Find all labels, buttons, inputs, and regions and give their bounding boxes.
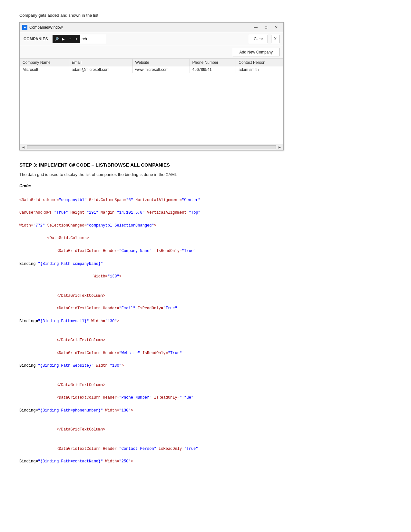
code-line-6: Binding="{Binding Path=companyName}" [19, 261, 392, 267]
step3-description: The data grid is used to display the lis… [19, 171, 392, 178]
cell-phone: 456789541 [190, 66, 236, 73]
data-grid-container: Company Name Email Website Phone Number … [20, 59, 283, 150]
companies-label: COMPANIES [24, 37, 49, 41]
code-line-9: </DataGridTextColumn> [19, 293, 392, 299]
code-line-17: </DataGridTextColumn> [19, 382, 392, 389]
code-line-10: <DataGridTextColumn Header="Email" IsRea… [19, 305, 392, 312]
code-line-18: <DataGridTextColumn Header="Phone Number… [19, 395, 392, 401]
minimize-button[interactable]: — [251, 24, 260, 31]
scroll-left-arrow[interactable]: ◀ [21, 145, 26, 150]
code-line-15: Binding="{Binding Path=website}" Width="… [19, 363, 392, 369]
window-title-text: CompaniesWindow [29, 25, 63, 30]
search-icon-2[interactable]: ▶ [60, 36, 66, 42]
code-line-4: <DataGrid.Columns> [19, 235, 392, 242]
code-line-11: Binding="{Binding Path=email}" Width="13… [19, 318, 392, 325]
maximize-button[interactable]: □ [261, 24, 270, 31]
code-line-3: Width="772" SelectionChanged="companytbl… [19, 223, 392, 229]
search-icon-4[interactable]: ✦ [73, 36, 79, 42]
code-block: <DataGrid x:Name="companytbl" Grid.Colum… [19, 191, 392, 471]
grid-empty-area [20, 73, 283, 144]
col-contact-person: Contact Person [236, 59, 283, 66]
col-phone-number: Phone Number [190, 59, 236, 66]
cell-website: www.microsoft.com [132, 66, 190, 73]
code-line-23: <DataGridTextColumn Header="Contact Pers… [19, 446, 392, 452]
window-titlebar: ■ CompaniesWindow — □ ✕ [20, 23, 283, 32]
code-line-1: <DataGrid x:Name="companytbl" Grid.Colum… [19, 197, 392, 204]
cell-company-name: Microsoft [20, 66, 69, 73]
code-line-2: CanUserAddRows="True" Height="291" Margi… [19, 210, 392, 216]
scroll-track[interactable] [27, 145, 276, 149]
col-company-name: Company Name [20, 59, 69, 66]
col-email: Email [69, 59, 132, 66]
search-icon-1[interactable]: 🔎 [54, 36, 60, 42]
code-line-24: Binding="{Binding Path=contactName}" Wid… [19, 459, 392, 465]
add-new-company-button[interactable]: Add New Company [233, 48, 279, 56]
window-toolbar: COMPANIES 🔎 ▶ ↩ ✦ Clear X [20, 32, 283, 46]
code-label: Code: [19, 183, 392, 188]
search-container: 🔎 ▶ ↩ ✦ [53, 35, 136, 43]
code-line-5: <DataGridTextColumn Header="Company Name… [19, 248, 392, 255]
cell-email: adam@microsoft.com [69, 66, 132, 73]
code-line-14: <DataGridTextColumn Header="Website" IsR… [19, 350, 392, 357]
search-icons-bar: 🔎 ▶ ↩ ✦ [53, 35, 80, 43]
intro-text: Company gets added and shown in the list [19, 13, 392, 18]
window-app-icon: ■ [22, 25, 27, 30]
horizontal-scrollbar: ◀ ▶ [20, 144, 283, 150]
scroll-right-arrow[interactable]: ▶ [277, 145, 282, 150]
clear-button[interactable]: Clear [249, 35, 268, 43]
code-line-21: </DataGridTextColumn> [19, 427, 392, 433]
table-row[interactable]: Microsoft adam@microsoft.com www.microso… [20, 66, 283, 73]
code-line-13: </DataGridTextColumn> [19, 337, 392, 344]
search-input[interactable] [80, 35, 106, 43]
window-toolbar2: Add New Company [20, 46, 283, 59]
window-controls: — □ ✕ [251, 24, 281, 31]
code-line-7: Width="130"> [19, 274, 392, 280]
close-button[interactable]: ✕ [272, 24, 281, 31]
window-title-left: ■ CompaniesWindow [22, 25, 63, 30]
companies-grid: Company Name Email Website Phone Number … [20, 59, 283, 73]
col-website: Website [132, 59, 190, 66]
code-line-19: Binding="{Binding Path=phonenumber}" Wid… [19, 408, 392, 414]
step3-heading: STEP 3: IMPLEMENT C# CODE – LIST/BROWSE … [19, 162, 392, 168]
grid-header-row: Company Name Email Website Phone Number … [20, 59, 283, 66]
x-button[interactable]: X [271, 35, 279, 43]
search-icon-3[interactable]: ↩ [67, 36, 73, 42]
companies-window: ■ CompaniesWindow — □ ✕ COMPANIES 🔎 ▶ ↩ … [19, 22, 284, 150]
cell-contact: adam smith [236, 66, 283, 73]
